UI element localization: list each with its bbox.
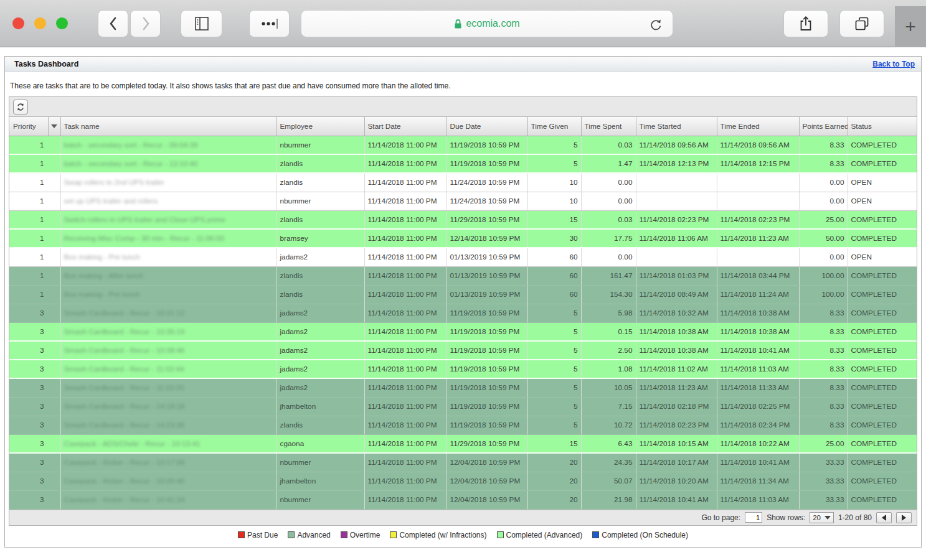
column-header-time-started[interactable]: Time Started	[636, 117, 717, 136]
back-to-top-link[interactable]: Back to Top	[872, 60, 915, 68]
table-row[interactable]: 3Smash Cardboard - Recur - 14:23:36zland…	[9, 416, 917, 434]
cell-employee: jhambelton	[276, 472, 364, 490]
cell-time-started: 11/14/2018 08:49 AM	[636, 285, 717, 304]
cell-status: COMPLETED	[848, 322, 917, 341]
sort-dropdown-button[interactable]	[48, 117, 60, 136]
next-page-button[interactable]	[896, 512, 912, 523]
cell-time-started	[636, 192, 717, 210]
sidebar-toggle-button[interactable]	[181, 10, 222, 37]
cell-due-date: 11/19/2018 10:59 PM	[446, 360, 527, 378]
column-header-time-spent[interactable]: Time Spent	[581, 117, 636, 136]
column-header-task-name[interactable]: Task name	[60, 117, 276, 136]
tasks-dashboard-panel: Tasks Dashboard Back to Top These are ta…	[4, 56, 922, 548]
cell-start-date: 11/14/2018 11:00 PM	[364, 285, 446, 304]
cell-time-ended: 11/14/2018 11:33 AM	[717, 378, 799, 397]
table-row[interactable]: 1Swap rollers to 2nd UPS trailerzlandis1…	[9, 173, 917, 192]
cell-points-earned: 8.33	[799, 378, 848, 397]
column-header-start-date[interactable]: Start Date	[364, 117, 446, 136]
table-row[interactable]: 3Smash Cardboard - Recur - 11:02:44jadam…	[9, 360, 917, 378]
cell-status: COMPLETED	[848, 285, 917, 304]
table-row[interactable]: 3Smash Cardboard - Recur - 11:23:20jadam…	[9, 378, 917, 397]
new-tab-button[interactable]: +	[895, 6, 926, 47]
cell-time-ended: 11/14/2018 10:22 AM	[717, 434, 799, 453]
back-button[interactable]	[98, 10, 128, 37]
column-header-due-date[interactable]: Due Date	[446, 117, 527, 136]
go-to-page-label: Go to page:	[701, 513, 740, 522]
cell-start-date: 11/14/2018 11:00 PM	[364, 248, 446, 266]
cell-points-earned: 100.00	[799, 266, 848, 285]
cell-status: COMPLETED	[848, 210, 917, 229]
cell-task-name: Smash Cardboard - Recur - 11:02:44	[60, 360, 276, 378]
column-header-priority[interactable]: Priority	[9, 117, 60, 136]
table-row[interactable]: 3Smash Cardboard - Recur - 10:31:12jadam…	[9, 304, 917, 322]
cell-due-date: 11/19/2018 10:59 PM	[446, 341, 527, 360]
forward-button[interactable]	[130, 10, 161, 37]
cell-status: COMPLETED	[848, 266, 917, 285]
dots-cursor-icon	[259, 16, 280, 31]
grid-toolbar	[9, 97, 917, 117]
table-row[interactable]: 1Box making - After lunchzlandis11/14/20…	[9, 266, 917, 285]
table-row[interactable]: 3Casepack - Kicker - Recur - 10:17:08nbu…	[9, 453, 917, 472]
chevron-down-icon	[824, 516, 831, 520]
column-header-status[interactable]: Status	[848, 117, 917, 136]
rows-per-page-select[interactable]: 20	[810, 512, 834, 523]
table-row[interactable]: 1Box making - Pre lunchzlandis11/14/2018…	[9, 285, 917, 304]
reload-button[interactable]	[648, 16, 664, 35]
column-header-employee[interactable]: Employee	[276, 117, 364, 136]
legend-swatch	[592, 531, 599, 538]
lock-icon	[454, 19, 462, 29]
minimize-window-button[interactable]	[34, 17, 46, 29]
close-window-button[interactable]	[12, 17, 24, 29]
cell-time-ended: 11/14/2018 09:56 AM	[717, 136, 799, 154]
table-row[interactable]: 3Casepack - Kicker - Recur - 10:20:40jha…	[9, 472, 917, 490]
cell-priority: 3	[9, 378, 60, 397]
show-tabs-button[interactable]	[839, 10, 884, 37]
column-header-time-given[interactable]: Time Given	[527, 117, 581, 136]
column-header-time-ended[interactable]: Time Ended	[717, 117, 799, 136]
cell-task-name: Smash Cardboard - Recur - 11:23:20	[60, 378, 276, 397]
table-row[interactable]: 3Smash Cardboard - Recur - 10:38:46jadam…	[9, 341, 917, 360]
table-row[interactable]: 3Casepack - Kicker - Recur - 10:41:34nbu…	[9, 490, 917, 509]
cell-status: OPEN	[848, 173, 917, 192]
cell-time-given: 15	[527, 210, 581, 229]
cell-time-ended: 11/14/2018 11:03 AM	[717, 490, 799, 509]
table-row[interactable]: 1batch - secondary sort - Recur - 13:10:…	[9, 154, 917, 173]
page-number-input[interactable]	[745, 512, 762, 523]
cell-task-name: Smash Cardboard - Recur - 14:18:18	[60, 397, 276, 416]
table-row[interactable]: 1set up UPS trailer and rollersnbummer11…	[9, 192, 917, 210]
address-bar[interactable]: ecomia.com	[301, 10, 673, 37]
table-row[interactable]: 1Switch rollers in UPS trailer and Close…	[9, 210, 917, 229]
cell-due-date: 11/29/2018 10:59 PM	[446, 210, 527, 229]
table-row[interactable]: 3Smash Cardboard - Recur - 10:35:19jadam…	[9, 322, 917, 341]
legend-swatch	[341, 531, 347, 538]
chevron-down-icon	[51, 124, 57, 128]
zoom-window-button[interactable]	[56, 17, 68, 29]
table-row[interactable]: 3Smash Cardboard - Recur - 14:18:18jhamb…	[9, 397, 917, 416]
cell-time-ended: 11/14/2018 03:44 PM	[717, 266, 799, 285]
refresh-button[interactable]	[13, 100, 28, 114]
table-row[interactable]: 1Box making - Pre lunchjadams211/14/2018…	[9, 248, 917, 266]
cell-start-date: 11/14/2018 11:00 PM	[364, 266, 446, 285]
cell-employee: bramsey	[276, 229, 364, 248]
previous-page-button[interactable]	[876, 512, 892, 523]
cell-start-date: 11/14/2018 11:00 PM	[364, 490, 446, 509]
cell-employee: zlandis	[276, 154, 364, 173]
cell-time-spent: 1.47	[581, 154, 636, 173]
cell-time-spent: 0.15	[581, 322, 636, 341]
table-row[interactable]: 3Casepack - ADS/Chek/ - Recur - 10:13:41…	[9, 434, 917, 453]
cell-task-name: Smash Cardboard - Recur - 10:31:12	[60, 304, 276, 322]
cell-task-name: Smash Cardboard - Recur - 10:38:46	[60, 341, 276, 360]
tab-overview-button[interactable]	[249, 10, 290, 37]
cell-time-spent: 0.03	[581, 136, 636, 154]
cell-time-spent: 6.43	[581, 434, 636, 453]
column-header-points-earned[interactable]: Points Earned	[799, 117, 848, 136]
cell-time-ended: 11/14/2018 10:38 AM	[717, 322, 799, 341]
share-button[interactable]	[783, 10, 828, 37]
cell-points-earned: 0.00	[799, 192, 848, 210]
table-row[interactable]: 1batch - secondary sort - Recur - 09:04:…	[9, 136, 917, 154]
cell-due-date: 12/04/2018 10:59 PM	[446, 472, 527, 490]
cell-due-date: 12/04/2018 10:59 PM	[446, 453, 527, 472]
cell-time-started: 11/14/2018 01:03 PM	[636, 266, 717, 285]
cell-start-date: 11/14/2018 11:00 PM	[364, 154, 446, 173]
table-row[interactable]: 1Receiving Misc Comp - 30 min - Recur - …	[9, 229, 917, 248]
